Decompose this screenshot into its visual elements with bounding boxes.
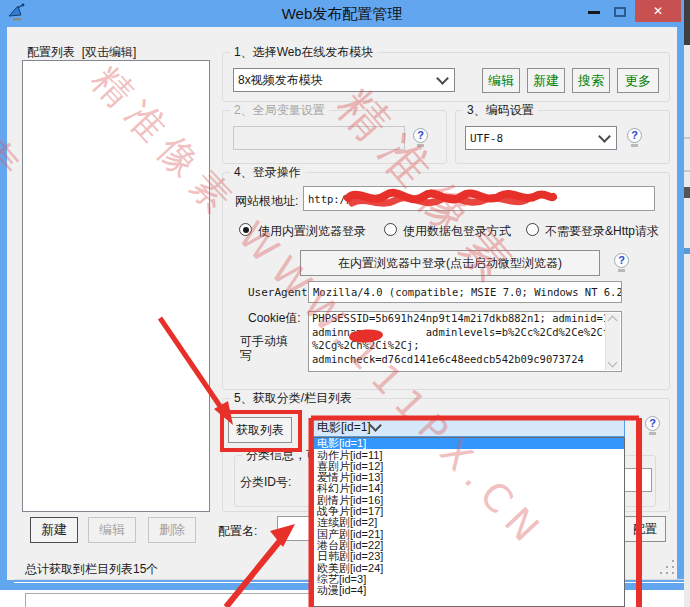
radio-builtin-browser-label: 使用内置浏览器登录 <box>258 223 366 240</box>
useragent-label: UserAgent <box>248 286 308 299</box>
dropdown-item[interactable]: 国产剧[id=21] <box>314 529 624 540</box>
category-dropdown-list[interactable]: 电影[id=1]动作片[id=11]喜剧片[id=12]爱情片[id=13]科幻… <box>313 437 625 607</box>
scroll-up-icon[interactable] <box>608 316 618 326</box>
encoding-combobox[interactable]: UTF-8 <box>465 126 617 150</box>
module-more-button[interactable]: 更多 <box>617 68 659 93</box>
background-window-right-sliver <box>684 0 690 607</box>
scroll-down-icon[interactable] <box>608 358 618 368</box>
chevron-down-icon <box>436 72 449 85</box>
cookie-line: %2Cg%2Ch%2Ci%2Cj; <box>309 339 621 353</box>
category-combobox[interactable]: 电影[id=1] <box>313 417 625 437</box>
statusbar-text: 总计获取到栏目列表15个 <box>25 561 158 578</box>
module-combobox-value: 8x视频发布模块 <box>238 72 438 89</box>
manual-fill-label: 可手动填写 <box>240 334 292 362</box>
cookie-label: Cookie值: <box>248 310 301 327</box>
cookie-line: admincheck=d76cd141e6c48eedcb542b09c9073… <box>309 353 621 367</box>
radio-builtin-browser[interactable] <box>239 223 252 236</box>
dropdown-item[interactable]: 科幻片[id=14] <box>314 483 624 494</box>
module-search-button[interactable]: 搜索 <box>572 68 610 93</box>
config-delete-button: 删除 <box>148 517 196 543</box>
dropdown-item[interactable]: 喜剧片[id=12] <box>314 461 624 472</box>
help-icon[interactable]: ? <box>645 416 661 435</box>
module-combobox[interactable]: 8x视频发布模块 <box>233 68 455 92</box>
dropdown-item[interactable]: 动作片[id=11] <box>314 449 624 460</box>
help-icon[interactable]: ? <box>413 128 429 147</box>
background-line <box>684 137 690 139</box>
config-name-label: 配置名: <box>218 523 257 540</box>
radio-packet-login-label: 使用数据包登录方式 <box>403 223 511 240</box>
section2-label: 2、全局变量设置 <box>230 102 329 119</box>
close-button[interactable]: ✕ <box>635 0 681 22</box>
dropdown-item[interactable]: 日韩剧[id=23] <box>314 551 624 562</box>
cookie-textarea[interactable]: PHPSESSID=5b691h24np9t14m2i7dkb882n1; ad… <box>308 311 622 372</box>
dropdown-item[interactable]: 爱情片[id=13] <box>314 472 624 483</box>
help-icon[interactable]: ? <box>627 128 643 147</box>
browser-login-button[interactable]: 在内置浏览器中登录(点击启动微型浏览器) <box>300 250 600 276</box>
site-root-input[interactable]: http:// <box>303 186 655 211</box>
module-edit-button[interactable]: 编辑 <box>482 68 520 93</box>
encoding-value: UTF-8 <box>470 132 600 145</box>
dropdown-item[interactable]: 连续剧[id=2] <box>314 517 624 528</box>
radio-packet-login[interactable] <box>384 223 397 236</box>
section3-label: 3、编码设置 <box>463 102 538 119</box>
dropdown-item[interactable]: 综艺[id=3] <box>314 574 624 585</box>
dropdown-item[interactable]: 战争片[id=17] <box>314 506 624 517</box>
section4-label: 4、登录操作 <box>230 164 305 181</box>
background-line <box>684 170 690 172</box>
dropdown-item[interactable]: 动漫[id=4] <box>314 585 624 596</box>
screenshot-root: Web发布配置管理 ✕ 配置列表 [双击编辑] 1、选择Web在线发布模块 8x… <box>0 0 690 607</box>
cookie-line: PHPSESSID=5b691h24np9t14m2i7dkb882n1; ad… <box>309 312 621 326</box>
module-new-button[interactable]: 新建 <box>527 68 565 93</box>
title-bar: Web发布配置管理 ✕ <box>0 0 684 27</box>
section5-label: 5、获取分类/栏目列表 <box>230 390 356 407</box>
help-icon[interactable]: ? <box>614 253 630 272</box>
config-listbox[interactable] <box>22 60 210 512</box>
useragent-input[interactable]: Mozilla/4.0 (compatible; MSIE 7.0; Windo… <box>308 281 622 303</box>
global-var-input <box>233 126 405 150</box>
dropdown-item[interactable]: 电影[id=1] <box>314 438 624 449</box>
site-root-label: 网站根地址: <box>235 193 298 210</box>
minimize-icon <box>588 11 600 14</box>
cookie-line: adminname= adminlevels=b%2Cc%2Cd%2Ce%2Cf <box>309 326 621 340</box>
maximize-button[interactable] <box>608 0 632 24</box>
cookie-scrollbar[interactable] <box>605 313 620 370</box>
chevron-down-icon <box>369 419 382 432</box>
radio-no-login[interactable] <box>526 223 539 236</box>
radio-no-login-label: 不需要登录&Http请求 <box>545 223 659 240</box>
category-id-input[interactable] <box>624 468 652 492</box>
background-blue-strip <box>684 248 690 254</box>
config-new-button[interactable]: 新建 <box>30 517 78 543</box>
dropdown-item[interactable]: 港台剧[id=22] <box>314 540 624 551</box>
chevron-down-icon <box>598 130 611 143</box>
category-info-label: 分类信息，可 <box>242 447 322 464</box>
resize-grip[interactable] <box>660 572 662 574</box>
dropdown-item[interactable]: 欧美剧[id=24] <box>314 563 624 574</box>
minimize-button[interactable] <box>582 0 606 24</box>
maximize-icon <box>614 7 626 17</box>
background-text-fragment <box>684 187 690 198</box>
config-list-label: 配置列表 [双击编辑] <box>27 44 136 61</box>
category-combobox-value: 电影[id=1] <box>317 419 371 436</box>
background-dark-strip <box>684 0 690 45</box>
get-list-button[interactable]: 获取列表 <box>228 417 292 443</box>
category-id-label: 分类ID号: <box>240 474 291 491</box>
section1-label: 1、选择Web在线发布模块 <box>230 44 377 61</box>
dropdown-item[interactable] <box>314 597 624 607</box>
config-edit-button: 编辑 <box>88 517 136 543</box>
close-icon: ✕ <box>653 4 663 18</box>
dropdown-item[interactable]: 剧情片[id=16] <box>314 495 624 506</box>
